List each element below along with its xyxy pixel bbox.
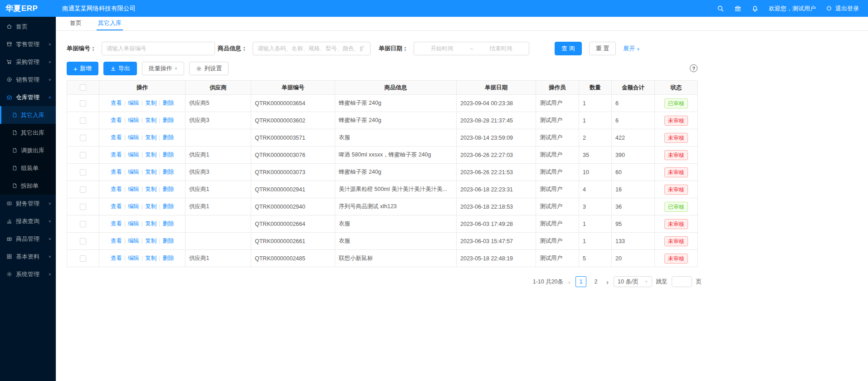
delete-link[interactable]: 删除 bbox=[162, 238, 174, 244]
view-link[interactable]: 查看 bbox=[111, 134, 122, 141]
row-checkbox[interactable] bbox=[80, 100, 86, 107]
search-button[interactable]: 查 询 bbox=[555, 42, 582, 55]
copy-link[interactable]: 复制 bbox=[145, 100, 156, 106]
row-checkbox[interactable] bbox=[80, 186, 86, 193]
search-icon[interactable] bbox=[717, 5, 724, 12]
date-start-input[interactable] bbox=[418, 45, 466, 52]
page-button-2[interactable]: 2 bbox=[590, 276, 601, 287]
page-size-select[interactable]: 10 条/页 ∨ bbox=[614, 276, 652, 287]
sidebar-item-warehouse[interactable]: 仓库管理 ∧ bbox=[0, 88, 56, 106]
view-link[interactable]: 查看 bbox=[111, 117, 122, 123]
copy-link[interactable]: 复制 bbox=[145, 151, 156, 158]
sidebar-item-other-inbound[interactable]: 其它入库 bbox=[0, 106, 56, 124]
delete-link[interactable]: 删除 bbox=[162, 186, 174, 192]
edit-link[interactable]: 编辑 bbox=[128, 100, 139, 106]
expand-link[interactable]: 展开 ∨ bbox=[623, 44, 639, 53]
date-range-picker[interactable]: ~ bbox=[414, 42, 529, 55]
next-page-button[interactable]: › bbox=[605, 278, 610, 286]
delete-link[interactable]: 删除 bbox=[162, 255, 174, 261]
view-link[interactable]: 查看 bbox=[111, 238, 122, 244]
batch-actions-button[interactable]: 批量操作 ∨ bbox=[142, 62, 185, 75]
help-icon[interactable]: ? bbox=[690, 64, 697, 72]
row-checkbox[interactable] bbox=[80, 255, 86, 262]
date-end-input[interactable] bbox=[477, 45, 525, 52]
edit-link[interactable]: 编辑 bbox=[128, 117, 139, 123]
copy-link[interactable]: 复制 bbox=[145, 117, 156, 123]
jump-page-input[interactable] bbox=[672, 276, 692, 287]
delete-link[interactable]: 删除 bbox=[162, 220, 174, 227]
institution-icon[interactable] bbox=[734, 5, 741, 12]
sidebar-item-reports[interactable]: 报表查询 ∨ bbox=[0, 212, 56, 230]
sidebar-item-sales[interactable]: 销售管理 ∨ bbox=[0, 71, 56, 88]
edit-link[interactable]: 编辑 bbox=[128, 220, 139, 227]
edit-link[interactable]: 编辑 bbox=[128, 169, 139, 175]
row-checkbox[interactable] bbox=[80, 117, 86, 124]
delete-link[interactable]: 删除 bbox=[162, 134, 174, 141]
edit-link[interactable]: 编辑 bbox=[128, 203, 139, 210]
logout-button[interactable]: 退出登录 bbox=[826, 5, 859, 13]
tab-other-inbound[interactable]: 其它入库 bbox=[97, 17, 123, 30]
topbar-right: 欢迎您，测试用户 退出登录 bbox=[717, 5, 868, 13]
row-checkbox[interactable] bbox=[80, 221, 86, 227]
edit-link[interactable]: 编辑 bbox=[128, 134, 139, 141]
link-separator: | bbox=[141, 238, 143, 244]
actions-cell: 查看|编辑|复制|删除 bbox=[99, 147, 185, 164]
copy-link[interactable]: 复制 bbox=[145, 186, 156, 192]
add-button[interactable]: + 新增 bbox=[67, 62, 98, 75]
view-link[interactable]: 查看 bbox=[111, 100, 122, 106]
sidebar-item-label: 销售管理 bbox=[16, 76, 39, 84]
sidebar-item-purchase[interactable]: 采购管理 ∨ bbox=[0, 53, 56, 71]
edit-link[interactable]: 编辑 bbox=[128, 255, 139, 261]
sidebar-item-home[interactable]: 首页 bbox=[0, 18, 56, 35]
page-button-1[interactable]: 1 bbox=[575, 276, 586, 287]
sidebar-item-finance[interactable]: 财务管理 ∨ bbox=[0, 195, 56, 212]
copy-link[interactable]: 复制 bbox=[145, 134, 156, 141]
delete-link[interactable]: 删除 bbox=[162, 203, 174, 210]
view-link[interactable]: 查看 bbox=[111, 220, 122, 227]
view-link[interactable]: 查看 bbox=[111, 169, 122, 175]
export-button[interactable]: 导出 bbox=[103, 62, 137, 75]
sidebar-item-retail[interactable]: 零售管理 ∨ bbox=[0, 35, 56, 53]
chevron-down-icon: ∨ bbox=[48, 237, 51, 241]
amount-cell: 20 bbox=[612, 250, 655, 267]
edit-link[interactable]: 编辑 bbox=[128, 186, 139, 192]
row-checkbox[interactable] bbox=[80, 238, 86, 244]
reset-button[interactable]: 重 置 bbox=[589, 42, 616, 55]
bill-no-input[interactable] bbox=[102, 42, 215, 55]
row-checkbox[interactable] bbox=[80, 169, 86, 176]
delete-link[interactable]: 删除 bbox=[162, 100, 174, 106]
view-link[interactable]: 查看 bbox=[111, 203, 122, 210]
goods-info-input[interactable] bbox=[253, 42, 371, 55]
view-link[interactable]: 查看 bbox=[111, 186, 122, 192]
sidebar-item-assembly[interactable]: 组装单 bbox=[0, 159, 56, 177]
row-checkbox[interactable] bbox=[80, 204, 86, 210]
copy-link[interactable]: 复制 bbox=[145, 255, 156, 261]
col-status: 状态 bbox=[655, 81, 698, 95]
tab-home[interactable]: 首页 bbox=[68, 17, 83, 30]
row-checkbox[interactable] bbox=[80, 152, 86, 158]
bell-icon[interactable] bbox=[751, 5, 759, 12]
edit-link[interactable]: 编辑 bbox=[128, 151, 139, 158]
sidebar-item-basic-data[interactable]: 基本资料 ∨ bbox=[0, 248, 56, 265]
logout-icon bbox=[826, 5, 833, 12]
copy-link[interactable]: 复制 bbox=[145, 203, 156, 210]
sidebar-item-disassembly[interactable]: 拆卸单 bbox=[0, 177, 56, 195]
delete-link[interactable]: 删除 bbox=[162, 169, 174, 175]
copy-link[interactable]: 复制 bbox=[145, 220, 156, 227]
column-settings-button[interactable]: 列设置 bbox=[189, 62, 229, 75]
copy-link[interactable]: 复制 bbox=[145, 238, 156, 244]
bill-no-cell: QTRK00000003602 bbox=[251, 112, 335, 129]
prev-page-button[interactable]: ‹ bbox=[567, 278, 571, 286]
edit-link[interactable]: 编辑 bbox=[128, 238, 139, 244]
select-all-checkbox[interactable] bbox=[80, 84, 86, 91]
copy-link[interactable]: 复制 bbox=[145, 169, 156, 175]
sidebar-item-system[interactable]: 系统管理 ∨ bbox=[0, 265, 56, 283]
row-checkbox[interactable] bbox=[80, 135, 86, 141]
delete-link[interactable]: 删除 bbox=[162, 151, 174, 158]
sidebar-item-goods[interactable]: 商品管理 ∨ bbox=[0, 230, 56, 248]
sidebar-item-other-outbound[interactable]: 其它出库 bbox=[0, 124, 56, 142]
view-link[interactable]: 查看 bbox=[111, 255, 122, 261]
delete-link[interactable]: 删除 bbox=[162, 117, 174, 123]
sidebar-item-transfer-outbound[interactable]: 调拨出库 bbox=[0, 142, 56, 159]
view-link[interactable]: 查看 bbox=[111, 151, 122, 158]
